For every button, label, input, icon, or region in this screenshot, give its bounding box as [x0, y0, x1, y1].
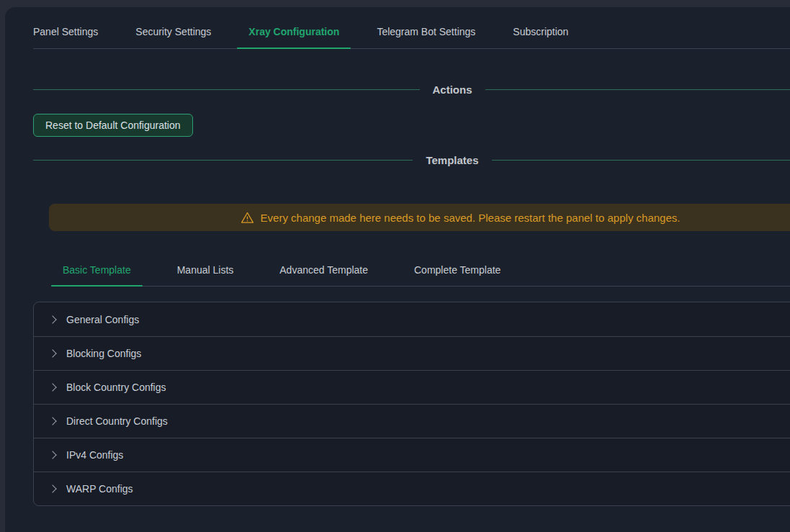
- tab-xray-configuration[interactable]: Xray Configuration: [237, 7, 351, 48]
- tab-advanced-template[interactable]: Advanced Template: [268, 254, 380, 286]
- tab-complete-template[interactable]: Complete Template: [403, 254, 512, 286]
- restart-warning-alert: Every change made here needs to be saved…: [49, 204, 790, 231]
- collapse-item-label: Block Country Configs: [66, 382, 166, 393]
- tab-basic-template[interactable]: Basic Template: [51, 254, 143, 286]
- templates-divider-label: Templates: [426, 154, 478, 166]
- configs-collapse-list: General Configs Blocking Configs Block C…: [33, 302, 790, 506]
- collapse-item-label: WARP Configs: [66, 483, 133, 495]
- chevron-right-icon: [48, 417, 56, 425]
- chevron-right-icon: [48, 484, 56, 492]
- settings-card: Panel Settings Security Settings Xray Co…: [5, 7, 790, 532]
- collapse-item-label: IPv4 Configs: [66, 449, 123, 461]
- reset-default-configuration-button[interactable]: Reset to Default Configuration: [33, 114, 193, 137]
- chevron-right-icon: [48, 315, 56, 323]
- tab-manual-lists[interactable]: Manual Lists: [166, 254, 246, 286]
- divider-line: [485, 89, 790, 90]
- chevron-right-icon: [48, 349, 56, 357]
- tab-panel-settings[interactable]: Panel Settings: [22, 7, 109, 48]
- actions-divider: Actions: [33, 82, 790, 97]
- collapse-item-warp-configs[interactable]: WARP Configs: [34, 472, 790, 505]
- main-tabs: Panel Settings Security Settings Xray Co…: [33, 7, 790, 49]
- collapse-item-label: Blocking Configs: [66, 348, 141, 359]
- restart-warning-text: Every change made here needs to be saved…: [261, 212, 681, 224]
- collapse-item-block-country-configs[interactable]: Block Country Configs: [34, 370, 790, 404]
- chevron-right-icon: [48, 383, 56, 391]
- tab-subscription[interactable]: Subscription: [501, 7, 580, 48]
- template-tabs: Basic Template Manual Lists Advanced Tem…: [51, 254, 790, 287]
- collapse-item-blocking-configs[interactable]: Blocking Configs: [34, 336, 790, 370]
- collapse-item-label: Direct Country Configs: [66, 415, 168, 427]
- templates-divider: Templates: [33, 153, 790, 168]
- warning-triangle-icon: [241, 211, 254, 225]
- collapse-item-label: General Configs: [66, 314, 139, 325]
- collapse-item-ipv4-configs[interactable]: IPv4 Configs: [34, 438, 790, 472]
- divider-line: [33, 160, 413, 161]
- tab-security-settings[interactable]: Security Settings: [124, 7, 223, 48]
- divider-line: [33, 89, 420, 90]
- collapse-item-direct-country-configs[interactable]: Direct Country Configs: [34, 404, 790, 438]
- chevron-right-icon: [48, 451, 56, 459]
- divider-line: [492, 160, 790, 161]
- actions-divider-label: Actions: [433, 84, 472, 96]
- tab-telegram-bot-settings[interactable]: Telegram Bot Settings: [365, 7, 487, 48]
- collapse-item-general-configs[interactable]: General Configs: [34, 302, 790, 336]
